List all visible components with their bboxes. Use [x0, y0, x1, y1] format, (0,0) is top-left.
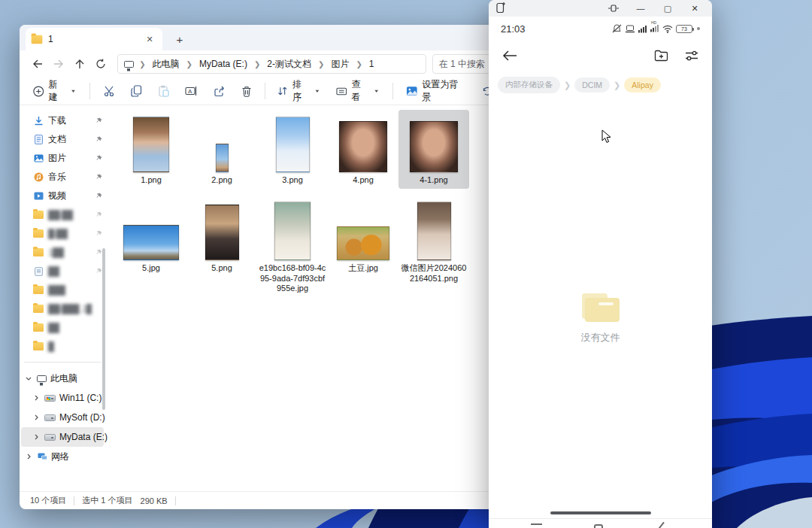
image-thumbnail	[133, 117, 169, 172]
breadcrumb-alipay[interactable]: Alipay	[624, 77, 661, 93]
back-button[interactable]	[27, 53, 48, 74]
app-icon	[33, 266, 44, 277]
sidebar-item-folder[interactable]: ██	[21, 262, 104, 281]
sidebar-item-label: ██	[48, 323, 59, 333]
file-name: 微信图片20240602164051.png	[399, 263, 468, 284]
file-tile[interactable]: 5.png	[186, 198, 257, 297]
file-name: 4-1.png	[420, 175, 447, 186]
empty-folder-icon	[582, 293, 620, 322]
file-name: 3.png	[282, 175, 303, 186]
breadcrumb-pictures[interactable]: 图片	[329, 57, 350, 71]
forward-button[interactable]	[48, 53, 69, 74]
folder-icon	[33, 323, 44, 332]
file-tile-selected[interactable]: 4-1.png	[398, 110, 469, 189]
maximize-button[interactable]: ▢	[658, 2, 677, 15]
sidebar-item-label: █-██	[48, 229, 68, 239]
sidebar-item-label: 下载	[48, 114, 66, 127]
breadcrumb-internal-storage[interactable]: 内部存储设备	[498, 77, 560, 93]
sort-button[interactable]: 排序 ▼	[274, 75, 323, 107]
sidebar-item-drive-d[interactable]: MySoft (D:)	[21, 408, 104, 427]
sidebar-item-folder[interactable]: ██	[21, 318, 104, 337]
breadcrumb-this-pc[interactable]: 此电脑	[151, 57, 181, 71]
sidebar-item-folder[interactable]: ███	[21, 281, 104, 299]
tab-close-icon[interactable]: ✕	[143, 32, 156, 46]
breadcrumb-test-docs[interactable]: 2-测试文档	[265, 57, 313, 71]
phone-content: 没有文件	[489, 96, 712, 528]
paste-button[interactable]	[155, 82, 172, 100]
sidebar-item-music[interactable]: 音乐	[21, 168, 104, 187]
file-tile[interactable]: e19bc168-bf09-4c95-9ada-7df93cbf955e.jpg	[257, 198, 328, 297]
sidebar-item-folder[interactable]: █-██	[21, 224, 104, 243]
copy-button[interactable]	[128, 82, 145, 100]
file-name: 2.png	[211, 175, 232, 186]
image-thumbnail	[123, 225, 179, 260]
sidebar-item-drive-e[interactable]: MyData (E:)	[21, 427, 104, 447]
new-button[interactable]: 新建 ▼	[30, 75, 80, 107]
set-as-background-button[interactable]: 设置为背景	[403, 75, 469, 107]
delete-button[interactable]	[238, 83, 255, 100]
chevron-right-icon[interactable]	[32, 395, 41, 401]
sidebar-item-pictures[interactable]: 图片	[21, 149, 104, 168]
file-tile[interactable]: 4.png	[328, 110, 398, 189]
file-tile[interactable]: 2.png	[186, 110, 257, 189]
breadcrumb-drive[interactable]: MyData (E:)	[198, 58, 249, 70]
folder-icon	[33, 211, 44, 219]
sidebar-item-drive-c[interactable]: Win11 (C:)	[21, 388, 104, 408]
sidebar-item-documents[interactable]: 文档	[21, 130, 104, 149]
chevron-down-icon[interactable]	[24, 377, 33, 381]
image-thumbnail	[276, 117, 310, 172]
view-button[interactable]: 查看 ▼	[333, 75, 383, 107]
sidebar-item-downloads[interactable]: 下载	[21, 111, 104, 130]
file-tile[interactable]: 微信图片20240602164051.png	[398, 198, 469, 297]
sidebar-item-folder[interactable]: 1██	[21, 243, 104, 262]
recents-icon[interactable]	[531, 523, 542, 526]
chevron-right-icon[interactable]	[32, 414, 41, 420]
new-folder-icon[interactable]	[654, 50, 668, 65]
file-tile[interactable]: 3.png	[257, 110, 328, 189]
sidebar-item-folder[interactable]: ██-███ .1█	[21, 299, 104, 318]
home-icon[interactable]	[594, 524, 603, 528]
sidebar-item-folder[interactable]: █	[21, 337, 104, 356]
chevron-right-icon[interactable]	[32, 434, 41, 440]
download-icon	[33, 116, 44, 126]
sidebar-item-label: 文档	[48, 133, 66, 146]
minimize-button[interactable]: —	[631, 2, 650, 15]
new-tab-button[interactable]: +	[170, 29, 189, 49]
file-tile[interactable]: 5.jpg	[116, 198, 186, 297]
cut-button[interactable]	[100, 82, 118, 100]
pin-icon	[95, 266, 102, 277]
android-back-icon[interactable]	[657, 522, 665, 528]
filter-icon[interactable]	[685, 50, 698, 65]
chevron-right-icon: ❯	[138, 60, 147, 68]
breadcrumb-dcim[interactable]: DCIM	[574, 77, 610, 93]
sidebar-item-this-pc[interactable]: 此电脑	[21, 369, 104, 388]
sidebar-item-folder[interactable]: ██-██	[21, 205, 104, 224]
close-button[interactable]: ✕	[685, 2, 704, 15]
sidebar-item-videos[interactable]: 视频	[21, 187, 104, 205]
breadcrumb-folder-1[interactable]: 1	[368, 58, 376, 70]
rename-button[interactable]: A	[182, 83, 201, 99]
explorer-tab[interactable]: 1 ✕	[26, 28, 162, 50]
sidebar-scrollbar[interactable]	[102, 248, 105, 410]
chevron-right-icon[interactable]	[24, 454, 33, 460]
file-tile[interactable]: 1.png	[116, 110, 186, 189]
address-bar[interactable]: ❯ 此电脑 ❯ MyData (E:) ❯ 2-测试文档 ❯ 图片 ❯ 1	[117, 54, 426, 74]
gesture-bar[interactable]	[550, 511, 651, 514]
file-tile[interactable]: 土豆.jpg	[328, 198, 398, 297]
up-button[interactable]	[69, 53, 90, 74]
folder-icon	[32, 35, 43, 44]
toolbar: 新建 ▼ A 排序 ▼ 查看 ▼	[20, 77, 546, 105]
sidebar-item-network[interactable]: 网络	[21, 447, 104, 466]
chevron-right-icon: ❯	[614, 80, 620, 90]
chevron-right-icon: ❯	[354, 60, 363, 68]
pin-window-icon[interactable]	[604, 2, 623, 15]
this-pc-icon	[37, 375, 47, 382]
toolbar-divider	[89, 83, 90, 99]
share-button[interactable]	[211, 83, 229, 100]
sidebar-item-label: ██	[48, 266, 59, 277]
back-arrow-icon[interactable]	[502, 50, 517, 64]
phone-new-window-icon[interactable]	[496, 2, 506, 16]
folder-icon	[33, 229, 44, 238]
refresh-button[interactable]	[90, 53, 111, 74]
phone-time: 21:03	[501, 23, 526, 35]
